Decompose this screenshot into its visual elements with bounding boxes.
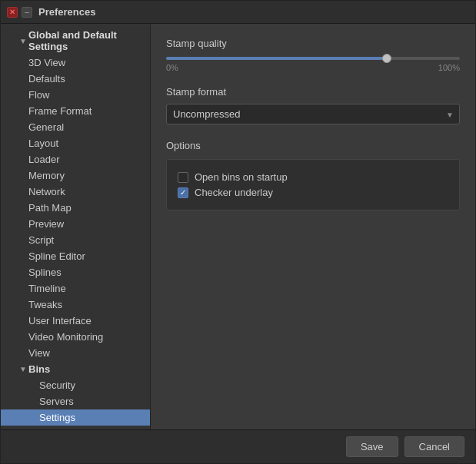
minimize-button[interactable]: –: [22, 7, 32, 18]
titlebar: ✕ – Preferences: [1, 1, 475, 24]
sidebar-item-view[interactable]: View: [1, 345, 150, 361]
expand-icon-global: [18, 35, 28, 46]
sidebar-item-defaults[interactable]: Defaults: [1, 71, 150, 87]
sidebar: Global and Default Settings 3D View Defa…: [1, 24, 151, 429]
sidebar-item-layout[interactable]: Layout: [1, 135, 150, 151]
sidebar-item-frame-format[interactable]: Frame Format: [1, 103, 150, 119]
footer: Save Cancel: [1, 429, 475, 463]
checker-underlay-checkbox[interactable]: ✓: [178, 187, 188, 198]
sidebar-item-timeline[interactable]: Timeline: [1, 280, 150, 297]
cancel-button[interactable]: Cancel: [404, 436, 464, 457]
options-box: Open bins on startup ✓ Checker underlay: [166, 159, 460, 210]
stamp-quality-slider[interactable]: 0% 100%: [166, 57, 460, 72]
sidebar-group-global-label: Global and Default Settings: [28, 29, 144, 52]
sidebar-item-settings[interactable]: Settings: [1, 409, 150, 426]
sidebar-item-tweaks[interactable]: Tweaks: [1, 297, 150, 313]
close-button[interactable]: ✕: [7, 7, 18, 18]
stamp-quality-label: Stamp quality: [166, 38, 460, 49]
sidebar-item-preview[interactable]: Preview: [1, 216, 150, 232]
sidebar-item-user-interface[interactable]: User Interface: [1, 313, 150, 329]
sidebar-item-security[interactable]: Security: [1, 377, 150, 393]
sidebar-item-3d-view[interactable]: 3D View: [1, 55, 150, 71]
slider-labels: 0% 100%: [166, 63, 460, 72]
window-title: Preferences: [38, 6, 95, 18]
main-content: Global and Default Settings 3D View Defa…: [1, 24, 475, 429]
sidebar-group-bins-label: Bins: [28, 363, 50, 375]
sidebar-item-script[interactable]: Script: [1, 232, 150, 248]
slider-fill: [166, 57, 387, 60]
sidebar-item-splines[interactable]: Splines: [1, 264, 150, 280]
open-bins-label: Open bins on startup: [195, 171, 288, 183]
sidebar-item-video-monitoring[interactable]: Video Monitoring: [1, 329, 150, 345]
sidebar-item-servers[interactable]: Servers: [1, 393, 150, 409]
open-bins-row[interactable]: Open bins on startup: [178, 171, 448, 183]
save-button[interactable]: Save: [346, 436, 398, 457]
sidebar-group-bins[interactable]: Bins: [1, 361, 150, 377]
sidebar-item-memory[interactable]: Memory: [1, 167, 150, 184]
settings-panel: Stamp quality 0% 100% Stamp format Uncom…: [151, 24, 475, 429]
stamp-format-select-wrapper: Uncompressed JPEG PNG ▼: [166, 104, 460, 124]
slider-track[interactable]: [166, 57, 460, 60]
sidebar-item-flow[interactable]: Flow: [1, 87, 150, 103]
open-bins-checkbox[interactable]: [178, 172, 188, 183]
expand-icon-bins: [18, 364, 28, 375]
checker-underlay-row[interactable]: ✓ Checker underlay: [178, 187, 448, 198]
preferences-window: ✕ – Preferences Global and Default Setti…: [0, 0, 476, 464]
checker-underlay-label: Checker underlay: [195, 187, 273, 198]
sidebar-group-global[interactable]: Global and Default Settings: [1, 27, 150, 55]
sidebar-item-path-map[interactable]: Path Map: [1, 200, 150, 216]
stamp-format-label: Stamp format: [166, 86, 460, 98]
sidebar-item-network[interactable]: Network: [1, 184, 150, 200]
sidebar-item-spline-editor[interactable]: Spline Editor: [1, 248, 150, 264]
window-controls: ✕ –: [7, 7, 32, 18]
slider-min-label: 0%: [166, 63, 178, 72]
sidebar-item-general[interactable]: General: [1, 119, 150, 135]
slider-thumb[interactable]: [382, 54, 391, 63]
sidebar-item-loader[interactable]: Loader: [1, 151, 150, 167]
options-label: Options: [166, 140, 460, 151]
slider-max-label: 100%: [438, 63, 460, 72]
stamp-format-select[interactable]: Uncompressed JPEG PNG: [166, 104, 460, 124]
